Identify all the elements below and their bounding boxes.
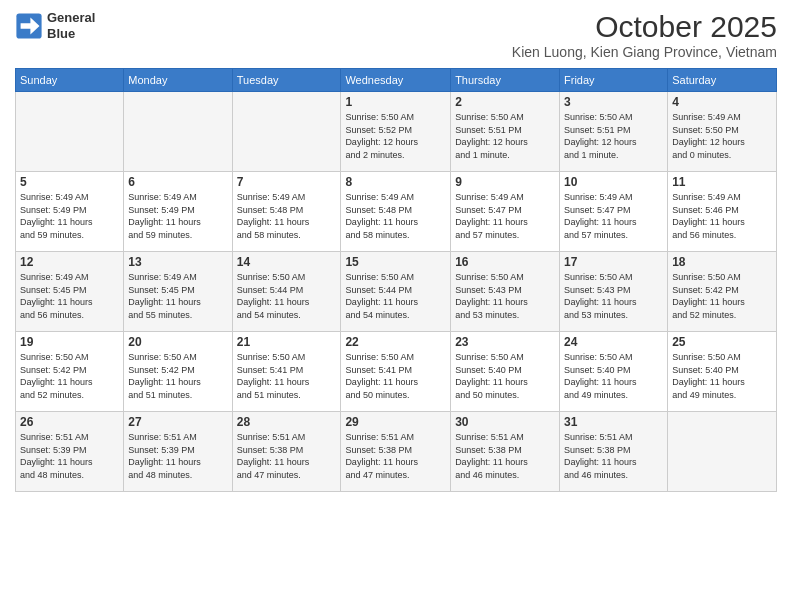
logo-text: General Blue bbox=[47, 10, 95, 41]
location-title: Kien Luong, Kien Giang Province, Vietnam bbox=[512, 44, 777, 60]
col-wednesday: Wednesday bbox=[341, 69, 451, 92]
day-number: 16 bbox=[455, 255, 555, 269]
header-section: General Blue October 2025 Kien Luong, Ki… bbox=[15, 10, 777, 60]
calendar-cell: 13Sunrise: 5:49 AMSunset: 5:45 PMDayligh… bbox=[124, 252, 232, 332]
day-info: Daylight: 11 hours bbox=[564, 456, 663, 469]
day-info: Sunset: 5:39 PM bbox=[128, 444, 227, 457]
col-sunday: Sunday bbox=[16, 69, 124, 92]
day-info: Sunset: 5:50 PM bbox=[672, 124, 772, 137]
day-info: Daylight: 11 hours bbox=[237, 456, 337, 469]
day-info: and 58 minutes. bbox=[237, 229, 337, 242]
day-info: and 47 minutes. bbox=[345, 469, 446, 482]
day-info: Daylight: 11 hours bbox=[672, 296, 772, 309]
calendar-week-5: 26Sunrise: 5:51 AMSunset: 5:39 PMDayligh… bbox=[16, 412, 777, 492]
calendar-cell: 10Sunrise: 5:49 AMSunset: 5:47 PMDayligh… bbox=[560, 172, 668, 252]
day-info: Daylight: 12 hours bbox=[345, 136, 446, 149]
col-thursday: Thursday bbox=[451, 69, 560, 92]
day-info: Sunrise: 5:49 AM bbox=[455, 191, 555, 204]
day-number: 9 bbox=[455, 175, 555, 189]
day-number: 14 bbox=[237, 255, 337, 269]
calendar-cell: 6Sunrise: 5:49 AMSunset: 5:49 PMDaylight… bbox=[124, 172, 232, 252]
day-number: 21 bbox=[237, 335, 337, 349]
day-number: 19 bbox=[20, 335, 119, 349]
day-info: Daylight: 11 hours bbox=[672, 376, 772, 389]
day-info: Sunrise: 5:51 AM bbox=[455, 431, 555, 444]
day-info: Sunset: 5:38 PM bbox=[345, 444, 446, 457]
day-info: Sunset: 5:39 PM bbox=[20, 444, 119, 457]
day-info: Sunrise: 5:50 AM bbox=[672, 271, 772, 284]
day-info: Sunrise: 5:51 AM bbox=[237, 431, 337, 444]
day-info: and 50 minutes. bbox=[345, 389, 446, 402]
day-number: 3 bbox=[564, 95, 663, 109]
day-info: Sunset: 5:44 PM bbox=[237, 284, 337, 297]
day-number: 24 bbox=[564, 335, 663, 349]
day-info: Sunrise: 5:49 AM bbox=[20, 191, 119, 204]
day-info: Sunrise: 5:50 AM bbox=[564, 271, 663, 284]
day-info: and 53 minutes. bbox=[564, 309, 663, 322]
day-number: 15 bbox=[345, 255, 446, 269]
title-section: October 2025 Kien Luong, Kien Giang Prov… bbox=[512, 10, 777, 60]
day-info: Daylight: 11 hours bbox=[345, 296, 446, 309]
calendar-cell: 11Sunrise: 5:49 AMSunset: 5:46 PMDayligh… bbox=[668, 172, 777, 252]
calendar-cell bbox=[668, 412, 777, 492]
day-info: and 46 minutes. bbox=[564, 469, 663, 482]
day-info: Sunset: 5:40 PM bbox=[672, 364, 772, 377]
day-number: 26 bbox=[20, 415, 119, 429]
day-info: Daylight: 11 hours bbox=[455, 216, 555, 229]
day-number: 6 bbox=[128, 175, 227, 189]
day-info: Sunrise: 5:50 AM bbox=[237, 351, 337, 364]
day-info: Daylight: 11 hours bbox=[237, 296, 337, 309]
day-info: and 46 minutes. bbox=[455, 469, 555, 482]
day-info: Sunrise: 5:49 AM bbox=[128, 271, 227, 284]
calendar-cell bbox=[124, 92, 232, 172]
calendar-cell: 18Sunrise: 5:50 AMSunset: 5:42 PMDayligh… bbox=[668, 252, 777, 332]
day-info: and 58 minutes. bbox=[345, 229, 446, 242]
day-info: and 54 minutes. bbox=[345, 309, 446, 322]
day-number: 27 bbox=[128, 415, 227, 429]
day-info: Sunrise: 5:51 AM bbox=[345, 431, 446, 444]
day-info: Daylight: 11 hours bbox=[455, 296, 555, 309]
day-number: 13 bbox=[128, 255, 227, 269]
calendar-cell: 7Sunrise: 5:49 AMSunset: 5:48 PMDaylight… bbox=[232, 172, 341, 252]
calendar-cell: 31Sunrise: 5:51 AMSunset: 5:38 PMDayligh… bbox=[560, 412, 668, 492]
col-saturday: Saturday bbox=[668, 69, 777, 92]
day-info: and 0 minutes. bbox=[672, 149, 772, 162]
day-number: 20 bbox=[128, 335, 227, 349]
day-info: and 59 minutes. bbox=[128, 229, 227, 242]
day-info: and 57 minutes. bbox=[455, 229, 555, 242]
calendar-cell: 15Sunrise: 5:50 AMSunset: 5:44 PMDayligh… bbox=[341, 252, 451, 332]
day-info: Sunset: 5:43 PM bbox=[455, 284, 555, 297]
day-info: Daylight: 11 hours bbox=[128, 296, 227, 309]
calendar-cell: 29Sunrise: 5:51 AMSunset: 5:38 PMDayligh… bbox=[341, 412, 451, 492]
col-tuesday: Tuesday bbox=[232, 69, 341, 92]
day-info: Sunset: 5:41 PM bbox=[345, 364, 446, 377]
day-info: and 48 minutes. bbox=[20, 469, 119, 482]
day-info: Daylight: 12 hours bbox=[672, 136, 772, 149]
day-info: Sunset: 5:51 PM bbox=[455, 124, 555, 137]
calendar-week-1: 1Sunrise: 5:50 AMSunset: 5:52 PMDaylight… bbox=[16, 92, 777, 172]
calendar-cell bbox=[16, 92, 124, 172]
day-info: and 59 minutes. bbox=[20, 229, 119, 242]
logo-icon bbox=[15, 12, 43, 40]
day-info: Sunset: 5:43 PM bbox=[564, 284, 663, 297]
calendar-cell: 1Sunrise: 5:50 AMSunset: 5:52 PMDaylight… bbox=[341, 92, 451, 172]
day-info: Sunset: 5:49 PM bbox=[128, 204, 227, 217]
day-number: 25 bbox=[672, 335, 772, 349]
day-info: Sunrise: 5:51 AM bbox=[20, 431, 119, 444]
calendar-cell: 28Sunrise: 5:51 AMSunset: 5:38 PMDayligh… bbox=[232, 412, 341, 492]
calendar-cell: 9Sunrise: 5:49 AMSunset: 5:47 PMDaylight… bbox=[451, 172, 560, 252]
calendar-table: Sunday Monday Tuesday Wednesday Thursday… bbox=[15, 68, 777, 492]
day-info: Sunset: 5:42 PM bbox=[672, 284, 772, 297]
day-number: 8 bbox=[345, 175, 446, 189]
day-info: and 51 minutes. bbox=[237, 389, 337, 402]
day-info: Daylight: 11 hours bbox=[20, 296, 119, 309]
calendar-cell: 3Sunrise: 5:50 AMSunset: 5:51 PMDaylight… bbox=[560, 92, 668, 172]
calendar-cell: 14Sunrise: 5:50 AMSunset: 5:44 PMDayligh… bbox=[232, 252, 341, 332]
day-info: Sunset: 5:52 PM bbox=[345, 124, 446, 137]
day-info: and 49 minutes. bbox=[672, 389, 772, 402]
day-info: Sunrise: 5:49 AM bbox=[345, 191, 446, 204]
calendar-cell: 16Sunrise: 5:50 AMSunset: 5:43 PMDayligh… bbox=[451, 252, 560, 332]
day-info: Sunrise: 5:51 AM bbox=[128, 431, 227, 444]
day-info: Sunrise: 5:50 AM bbox=[455, 351, 555, 364]
day-info: Daylight: 11 hours bbox=[455, 456, 555, 469]
